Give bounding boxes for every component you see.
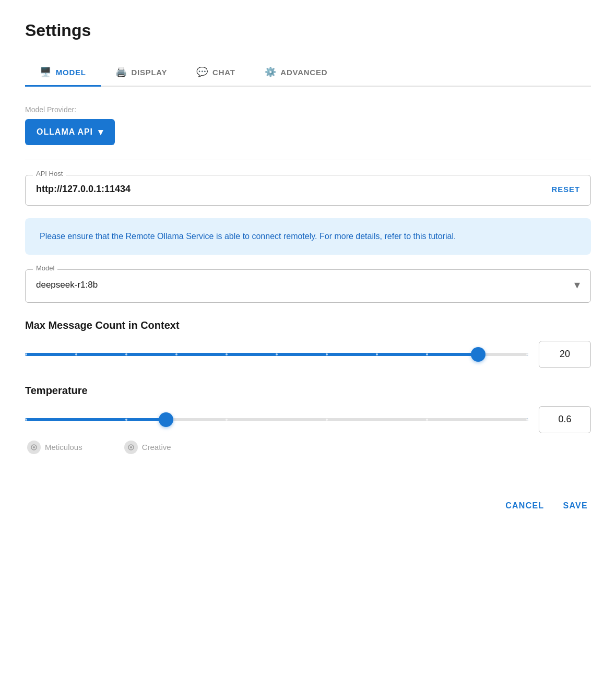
api-host-value: http://127.0.0.1:11434 bbox=[36, 184, 131, 195]
svg-point-3 bbox=[130, 446, 132, 448]
temperature-input[interactable]: 0.6 bbox=[539, 406, 591, 433]
provider-chevron-icon: ▾ bbox=[98, 126, 103, 138]
tabs-container: 🖥️ MODEL 🖨️ DISPLAY 💬 CHAT ⚙️ ADVANCED bbox=[25, 59, 591, 87]
info-box: Please ensure that the Remote Ollama Ser… bbox=[25, 218, 591, 255]
cancel-button[interactable]: CANCEL bbox=[502, 496, 547, 516]
creative-text: Creative bbox=[142, 443, 171, 452]
max-message-slider-thumb[interactable] bbox=[471, 347, 485, 362]
temperature-title: Temperature bbox=[25, 385, 591, 397]
reset-button[interactable]: RESET bbox=[551, 185, 580, 194]
max-message-slider-track bbox=[25, 353, 528, 356]
tab-advanced-label: ADVANCED bbox=[280, 68, 327, 77]
save-button[interactable]: SAVE bbox=[560, 496, 591, 516]
creative-label: Creative bbox=[124, 441, 171, 454]
api-host-legend: API Host bbox=[33, 170, 66, 177]
model-select-field: Model deepseek-r1:8b ▾ bbox=[25, 269, 591, 303]
max-message-value: 20 bbox=[560, 349, 570, 360]
max-message-count-title: Max Message Count in Context bbox=[25, 319, 591, 331]
page-title: Settings bbox=[25, 21, 591, 40]
temperature-value: 0.6 bbox=[558, 414, 571, 425]
max-message-count-section: Max Message Count in Context bbox=[25, 319, 591, 368]
footer: CANCEL SAVE bbox=[25, 485, 591, 516]
temperature-slider-row: 0.6 bbox=[25, 406, 591, 433]
temperature-labels: Meticulous Creative bbox=[25, 441, 591, 454]
info-box-content: Please ensure that the Remote Ollama Ser… bbox=[40, 232, 456, 241]
tab-chat[interactable]: 💬 CHAT bbox=[182, 59, 250, 87]
model-provider-label: Model Provider: bbox=[25, 105, 591, 114]
max-message-count-slider-row: 20 bbox=[25, 341, 591, 368]
chat-icon: 💬 bbox=[196, 66, 208, 78]
max-message-slider-track-wrapper[interactable] bbox=[25, 348, 528, 361]
model-select-wrapper: deepseek-r1:8b ▾ bbox=[36, 278, 580, 292]
slider-remaining bbox=[478, 353, 528, 356]
tab-display[interactable]: 🖨️ DISPLAY bbox=[101, 59, 182, 87]
display-icon: 🖨️ bbox=[115, 66, 127, 78]
temp-slider-fill bbox=[25, 418, 166, 421]
meticulous-text: Meticulous bbox=[45, 443, 82, 452]
model-select-chevron-icon[interactable]: ▾ bbox=[574, 278, 580, 292]
info-box-text: Please ensure that the Remote Ollama Ser… bbox=[40, 230, 576, 243]
model-legend: Model bbox=[33, 264, 57, 272]
provider-value: OLLAMA API bbox=[37, 127, 93, 137]
meticulous-icon bbox=[27, 441, 41, 454]
provider-dropdown-button[interactable]: OLLAMA API ▾ bbox=[25, 119, 115, 145]
max-message-input[interactable]: 20 bbox=[539, 341, 591, 368]
temperature-section: Temperature 0.6 bbox=[25, 385, 591, 454]
tab-model-label: MODEL bbox=[56, 68, 86, 77]
slider-fill bbox=[25, 353, 478, 356]
creative-icon bbox=[124, 441, 138, 454]
temp-slider-remaining bbox=[166, 418, 528, 421]
temperature-slider-track-wrapper[interactable] bbox=[25, 413, 528, 426]
tab-model[interactable]: 🖥️ MODEL bbox=[25, 59, 101, 87]
advanced-icon: ⚙️ bbox=[265, 66, 277, 78]
api-host-field: API Host http://127.0.0.1:11434 RESET bbox=[25, 175, 591, 206]
api-host-row: http://127.0.0.1:11434 RESET bbox=[36, 184, 580, 195]
meticulous-label: Meticulous bbox=[27, 441, 82, 454]
temperature-slider-track bbox=[25, 418, 528, 421]
tab-display-label: DISPLAY bbox=[131, 68, 167, 77]
tab-advanced[interactable]: ⚙️ ADVANCED bbox=[250, 59, 342, 87]
svg-point-1 bbox=[33, 446, 35, 448]
model-select-value: deepseek-r1:8b bbox=[36, 280, 98, 290]
tab-chat-label: CHAT bbox=[212, 68, 235, 77]
divider bbox=[25, 160, 591, 160]
temperature-slider-thumb[interactable] bbox=[159, 412, 173, 427]
model-icon: 🖥️ bbox=[40, 66, 52, 78]
